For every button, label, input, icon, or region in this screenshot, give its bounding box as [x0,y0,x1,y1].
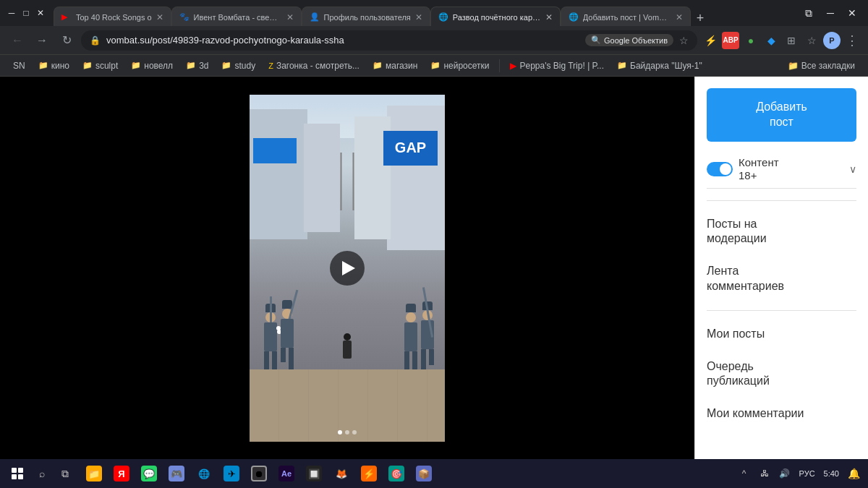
app-explorer[interactable]: 📁 [81,461,107,487]
bookmark-peppa[interactable]: ▶ Peppa's Big Trip! | P... [504,59,610,72]
feed-link[interactable]: Лента комментариев [707,260,856,299]
leg-l-1 [264,351,269,369]
gap-billboard: GAP [383,131,438,166]
folder-icon-sculpt: 📁 [82,61,93,70]
extension-icon-2[interactable]: ● [742,32,760,49]
bookmark-sn[interactable]: SN [7,59,31,72]
tab-2-close[interactable]: ✕ [286,12,294,22]
app-whatsapp[interactable]: 💬 [136,461,162,487]
leg-l-2 [281,348,286,362]
app-app3[interactable]: 📦 [411,461,437,487]
back-button[interactable]: ← [7,30,27,51]
tab-1[interactable]: ▶ Top 40 Rock Songs o ✕ [54,7,171,26]
url-bar[interactable]: 🔒 vombat.su/post/49839-razvod-pochyotnog… [81,30,697,51]
bookmark-3d-label: 3d [199,61,208,71]
window-minimize-button[interactable]: ─ [820,3,841,23]
bookmark-novel[interactable]: 📁 новелл [125,59,179,72]
maximize-button[interactable]: □ [20,7,32,19]
video-dots [338,430,357,435]
tab-3-favicon: 👤 [310,12,320,22]
bookmark-study[interactable]: 📁 study [216,59,261,72]
menu-button[interactable]: ⋮ [843,32,861,49]
play-button[interactable] [330,251,365,286]
app-discord[interactable]: 🎮 [163,461,190,487]
video-inner: GAP [250,95,445,442]
content-toggle[interactable] [707,162,733,176]
system-clock[interactable]: 5:40 [821,468,842,479]
start-sq-3 [12,474,17,479]
taskbar-search-button[interactable]: ⌕ [32,463,52,484]
publish-queue-link[interactable]: Очередь публикаций [707,355,856,394]
tab-3-close[interactable]: ✕ [415,12,422,22]
app-telegram[interactable]: ✈ [218,461,244,487]
app-app1[interactable]: ⚡ [356,461,382,487]
obs-icon: ⏺ [251,466,267,481]
extension-icon-3[interactable]: ◆ [762,32,780,49]
bookmark-3d[interactable]: 📁 3d [180,59,214,72]
bookmark-shop[interactable]: 📁 магазин [367,59,423,72]
add-post-button[interactable]: Добавить пост [707,88,856,142]
flagpole-2 [353,153,354,210]
taskbar-pinned-apps: 📁 Я 💬 🎮 🌐 ✈ ⏺ Ae 🔲 [81,461,437,487]
app-ae[interactable]: Ae [273,461,299,487]
app-obs[interactable]: ⏺ [246,461,272,487]
tab-4-active[interactable]: 🌐 Развод почётного кара... ✕ [430,7,561,26]
start-button[interactable] [6,462,29,485]
google-lens-icon: 🔍 [591,35,601,45]
notification-button[interactable]: 🔔 [845,465,862,482]
bookmark-sculpt[interactable]: 📁 sculpt [77,59,124,72]
moderation-link[interactable]: Посты на модерации [707,213,856,252]
my-posts-link[interactable]: Мои посты [707,322,856,346]
military-group-left [264,300,294,369]
app-yandex[interactable]: Я [109,461,135,487]
my-comments-link[interactable]: Мои комментарии [707,402,856,426]
adblock-icon[interactable]: ABP [722,32,739,49]
forward-button[interactable]: → [32,30,52,51]
tab-1-close[interactable]: ✕ [156,12,163,22]
bookmark-kayak[interactable]: 📁 Байдарка "Шуя-1" [611,59,708,72]
restore-button[interactable]: ⧉ [799,3,819,23]
bookmark-kino[interactable]: 📁 кино [33,59,75,72]
app-app2[interactable]: 🎯 [383,461,409,487]
dot-1 [338,430,342,435]
url-text: vombat.su/post/49839-razvod-pochyotnogo-… [106,35,579,46]
bookmark-kayak-label: Байдарка "Шуя-1" [630,61,702,71]
task-view-button[interactable]: ⧉ [55,463,75,484]
app-chrome[interactable]: 🌐 [191,461,217,487]
network-icon[interactable]: 🖧 [756,465,773,482]
extension-icon-1[interactable]: ⚡ [702,32,719,49]
publish-queue-label: Очередь публикаций [707,360,770,388]
bookmark-star-icon[interactable]: ☆ [679,35,689,46]
new-tab-button[interactable]: + [691,11,710,26]
tab-4-title: Развод почётного кара... [453,13,541,22]
tray-arrow[interactable]: ^ [736,465,753,482]
minimize-button[interactable]: ─ [6,7,17,19]
language-indicator[interactable]: РУС [796,469,818,478]
bookmark-nn[interactable]: 📁 нейросетки [425,59,495,72]
google-lens-button[interactable]: 🔍 Google Объектив [585,34,673,46]
close-button[interactable]: ✕ [35,7,46,19]
folder-icon-kayak: 📁 [617,61,627,70]
profile-button[interactable]: P [823,32,841,49]
extensions-button[interactable]: ⊞ [783,32,800,49]
all-bookmarks[interactable]: 📁 Все закладки [782,59,861,72]
bookmark-icon[interactable]: ☆ [803,32,820,49]
tab-5-close[interactable]: ✕ [676,12,683,22]
tabs-area: ▶ Top 40 Rock Songs o ✕ 🐾 Ивент Вомбата … [54,0,790,26]
refresh-button[interactable]: ↻ [56,30,77,51]
taskbar: ⌕ ⧉ 📁 Я 💬 🎮 🌐 ✈ ⏺ [0,459,868,488]
app-firefox[interactable]: 🦊 [328,461,354,487]
tab-4-close[interactable]: ✕ [545,12,553,22]
browser-frame: ─ □ ✕ ▶ Top 40 Rock Songs o ✕ 🐾 Ивент Во… [0,0,868,488]
bookmark-zagonka[interactable]: Z Загонка - смотреть... [263,59,365,72]
tab-5-favicon: 🌐 [569,12,579,22]
folder-icon-kino: 📁 [38,61,48,70]
tab-3[interactable]: 👤 Профиль пользователя ✕ [302,7,430,26]
tab-2[interactable]: 🐾 Ивент Вомбата - свежи... ✕ [171,7,302,26]
tab-5[interactable]: 🌐 Добавить пост | Vombat... ✕ [561,7,691,26]
building-right-1 [387,106,445,250]
play-icon [342,261,355,275]
app-unknown1[interactable]: 🔲 [301,461,327,487]
window-close-button[interactable]: ✕ [842,3,862,23]
volume-icon[interactable]: 🔊 [776,465,793,482]
